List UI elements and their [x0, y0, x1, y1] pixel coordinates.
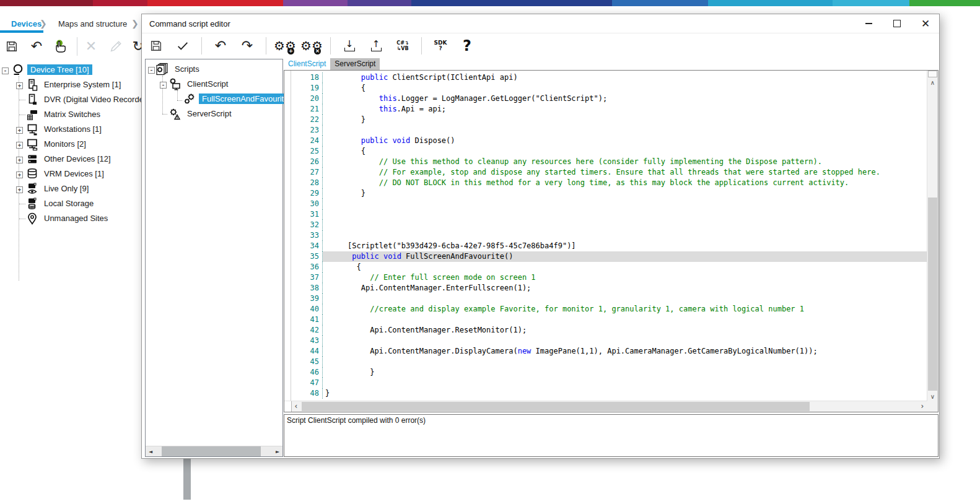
collapse-expander[interactable]: - — [2, 67, 9, 74]
undo-button[interactable]: ↶ — [28, 38, 45, 54]
scroll-up-arrow-icon[interactable]: ∧ — [927, 78, 938, 87]
undo-button[interactable]: ↶ — [212, 38, 229, 54]
tree-row-fullscreenandfavourite[interactable]: FullScreenAndFavourite — [146, 92, 282, 106]
code-line-30[interactable]: 30 — [291, 199, 927, 209]
code-line-27[interactable]: 27 // For example, stop and dispose any … — [291, 167, 927, 178]
add-scriptlet-button[interactable]: ⚙⚙+ — [277, 38, 293, 54]
splitter-handle[interactable] — [928, 71, 937, 77]
code-line-25[interactable]: 25 { — [291, 146, 927, 157]
tree-row-live-only[interactable]: + Live Only [9] — [0, 181, 141, 196]
scrollbar-thumb[interactable] — [928, 198, 937, 391]
code-line-22[interactable]: 22 } — [291, 115, 927, 125]
script-tree-horizontal-scrollbar[interactable]: ◄ ► — [146, 446, 282, 456]
code-line-20[interactable]: 20 this.Logger = LogManager.GetLogger("C… — [291, 93, 927, 104]
code-line-42[interactable]: 42 Api.ContentManager.ResetMonitor(1); — [291, 325, 927, 336]
code-line-40[interactable]: 40 //create and display example Favorite… — [291, 304, 927, 315]
code-lines[interactable]: 18 public ClientScript(IClientApi api)19… — [291, 72, 927, 399]
expand-expander[interactable]: + — [16, 127, 23, 134]
code-line-38[interactable]: 38 Api.ContentManager.EnterFullscreen(1)… — [291, 283, 927, 293]
delete-scriptlet-button[interactable]: ⚙⚙× — [304, 38, 320, 54]
tree-row-enterprise-system[interactable]: + Enterprise System [1] — [0, 77, 141, 92]
code-line-37[interactable]: 37 // Enter full screen mode on screen 1 — [291, 272, 927, 283]
tree-label[interactable]: Local Storage — [41, 198, 97, 209]
collapse-expander[interactable]: - — [160, 82, 167, 89]
export-script-button[interactable]: ↑ — [368, 38, 384, 54]
activate-changes-button[interactable] — [53, 38, 69, 54]
code-line-45[interactable]: 45 — [291, 357, 927, 367]
save-script-button[interactable] — [148, 38, 164, 54]
expand-expander[interactable]: + — [16, 142, 23, 149]
scrollbar-thumb[interactable] — [162, 446, 261, 456]
tree-label[interactable]: Matrix Switches — [41, 109, 103, 119]
scroll-right-arrow-icon[interactable]: ► — [273, 446, 282, 456]
tree-row-scripts[interactable]: - Scripts — [146, 62, 282, 77]
dialog-titlebar[interactable]: Command script editor ✕ — [142, 14, 939, 33]
tree-label[interactable]: DVR (Digital Video Recorder) — [41, 94, 152, 105]
code-line-32[interactable]: 32 — [291, 220, 927, 230]
scrollbar-thumb[interactable] — [302, 402, 810, 411]
tree-row-unmanaged-sites[interactable]: Unmanaged Sites — [0, 211, 141, 226]
tab-devices[interactable]: Devices — [11, 19, 42, 28]
code-line-44[interactable]: 44 Api.ContentManager.DisplayCamera(new … — [291, 346, 927, 357]
convert-csharp-vb-button[interactable]: C#↴↳VB — [395, 38, 411, 54]
redo-button[interactable]: ↷ — [239, 38, 255, 54]
editor-horizontal-scrollbar[interactable]: ‹ › — [284, 401, 927, 412]
minimize-button[interactable] — [864, 19, 873, 28]
editor-vertical-scrollbar[interactable]: ∧ ∨ — [927, 71, 938, 401]
code-line-31[interactable]: 31 — [291, 209, 927, 220]
tab-clientscript[interactable]: ClientScript — [284, 58, 330, 70]
tree-label[interactable]: Monitors [2] — [41, 139, 89, 149]
tree-row-matrix-switches[interactable]: Matrix Switches — [0, 107, 141, 122]
code-line-35[interactable]: 35 public void FullScreenAndFavourite() — [291, 251, 927, 262]
code-line-48[interactable]: 48} — [291, 388, 927, 399]
code-line-28[interactable]: 28 // DO NOT BLOCK in this method for a … — [291, 178, 927, 188]
code-line-39[interactable]: 39 — [291, 293, 927, 304]
code-line-29[interactable]: 29 } — [291, 188, 927, 199]
expand-expander[interactable]: + — [16, 172, 23, 178]
tree-label[interactable]: Unmanaged Sites — [41, 213, 111, 224]
sdk-help-button[interactable]: SDK? — [432, 38, 448, 54]
code-line-34[interactable]: 34 [Scriptlet("b393d429-6cba-42e7-98f5-4… — [291, 241, 927, 251]
tree-label[interactable]: Scripts — [172, 64, 203, 74]
tree-row-serverscript[interactable]: ServerScript — [146, 106, 282, 121]
maximize-button[interactable] — [892, 19, 902, 28]
code-line-19[interactable]: 19 { — [291, 83, 927, 93]
tree-row-monitors[interactable]: + Monitors [2] — [0, 137, 141, 152]
tree-row-dvr[interactable]: DVR (Digital Video Recorder) — [0, 92, 141, 107]
tree-row-other-devices[interactable]: + Other Devices [12] — [0, 152, 141, 167]
code-line-41[interactable]: 41 — [291, 315, 927, 325]
tree-label[interactable]: Workstations [1] — [41, 124, 105, 134]
tree-label[interactable]: VRM Devices [1] — [41, 168, 107, 179]
tree-row-device-tree[interactable]: - Device Tree [10] — [0, 63, 141, 77]
scroll-down-arrow-icon[interactable]: ∨ — [927, 392, 938, 401]
expand-expander[interactable]: + — [16, 186, 23, 193]
code-line-47[interactable]: 47 — [291, 378, 927, 388]
help-button[interactable]: ? — [459, 38, 475, 54]
tree-row-local-storage[interactable]: Local Storage — [0, 196, 141, 211]
close-button[interactable]: ✕ — [921, 19, 930, 28]
code-line-26[interactable]: 26 // Use this method to cleanup any res… — [291, 157, 927, 167]
tab-serverscript[interactable]: ServerScript — [330, 58, 380, 70]
tree-label[interactable]: ClientScript — [184, 79, 231, 89]
tree-row-workstations[interactable]: + Workstations [1] — [0, 122, 141, 137]
scroll-left-arrow-icon[interactable]: ◄ — [146, 446, 155, 456]
expand-expander[interactable]: + — [16, 82, 23, 89]
code-line-18[interactable]: 18 public ClientScript(IClientApi api) — [291, 72, 927, 83]
import-script-button[interactable]: ↓ — [341, 38, 357, 54]
code-line-36[interactable]: 36 { — [291, 262, 927, 272]
save-button[interactable] — [4, 38, 20, 54]
compile-check-button[interactable] — [175, 38, 191, 54]
code-line-33[interactable]: 33 — [291, 230, 927, 241]
pane-splitter-bar[interactable] — [183, 459, 191, 500]
code-line-43[interactable]: 43 — [291, 336, 927, 346]
expand-expander[interactable]: + — [16, 157, 23, 163]
tree-label[interactable]: FullScreenAndFavourite — [199, 93, 291, 104]
scroll-right-arrow-icon[interactable]: › — [917, 401, 927, 412]
tree-label[interactable]: Live Only [9] — [41, 183, 92, 194]
tree-label[interactable]: Device Tree [10] — [27, 64, 92, 75]
tree-label[interactable]: Other Devices [12] — [41, 154, 114, 164]
code-editor[interactable]: 18 public ClientScript(IClientApi api)19… — [284, 70, 938, 412]
code-line-46[interactable]: 46 } — [291, 367, 927, 378]
code-line-23[interactable]: 23 — [291, 125, 927, 136]
tab-maps-and-structure[interactable]: Maps and structure — [58, 19, 127, 28]
